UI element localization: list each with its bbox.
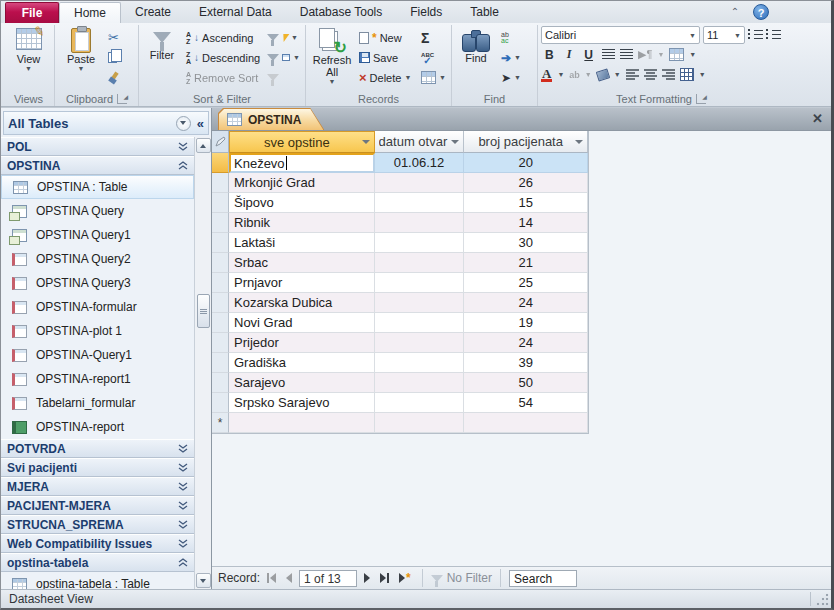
select-button[interactable]: ➤▼ <box>499 68 523 87</box>
ascending-button[interactable]: AZ↓Ascending <box>184 28 263 47</box>
nav-group-header-strucna-sprema[interactable]: STRUCNA_SPREMA <box>1 515 194 534</box>
cell-datum[interactable] <box>375 213 465 233</box>
search-input[interactable]: Search <box>509 570 577 587</box>
cell-broj[interactable]: 19 <box>464 313 588 333</box>
document-tab-opstina[interactable]: OPSTINA <box>218 108 324 130</box>
column-dropdown-icon[interactable] <box>451 140 459 144</box>
font-color-button[interactable]: A <box>541 68 552 82</box>
nav-item-tabelarni-formular[interactable]: Tabelarni_formular <box>1 391 194 415</box>
previous-record-icon[interactable] <box>283 570 295 586</box>
bullets-icon[interactable] <box>748 29 763 41</box>
cell-opstina[interactable]: Sarajevo <box>229 373 375 393</box>
background-color-button[interactable] <box>596 68 611 81</box>
record-selector[interactable] <box>212 153 229 173</box>
more-records-button[interactable]: ▼ <box>419 68 448 87</box>
nav-item-opstina-query1[interactable]: OPSTINA Query1 <box>1 223 194 247</box>
minimize-ribbon-icon[interactable]: ⌃ <box>727 5 743 19</box>
help-icon[interactable]: ? <box>753 4 769 20</box>
nav-scrollbar[interactable] <box>194 137 211 589</box>
numbering-icon[interactable] <box>766 29 781 41</box>
ribbon-tab-create[interactable]: Create <box>121 2 185 23</box>
font-name-combo[interactable]: Calibri▼ <box>541 26 700 44</box>
datasheet-formatting-icon[interactable] <box>669 48 684 61</box>
record-selector[interactable] <box>212 313 229 333</box>
gridlines-icon[interactable] <box>680 68 694 81</box>
expand-group-icon[interactable] <box>178 480 188 494</box>
cell-datum[interactable] <box>375 253 465 273</box>
italic-button[interactable]: I <box>563 47 576 62</box>
text-formatting-dialog-launcher-icon[interactable] <box>696 94 706 104</box>
cell-datum[interactable] <box>375 393 465 413</box>
cell-opstina[interactable]: Srpsko Sarajevo <box>229 393 375 413</box>
goto-button[interactable]: ➔▼ <box>499 48 523 67</box>
column-dropdown-icon[interactable] <box>575 140 583 144</box>
close-document-icon[interactable]: ✕ <box>812 112 823 126</box>
cell-datum[interactable] <box>375 313 465 333</box>
cell-opstina[interactable]: Srbac <box>229 253 375 273</box>
column-header-datum[interactable]: datum otvar <box>375 131 465 153</box>
expand-group-icon[interactable] <box>178 499 188 513</box>
ribbon-tab-home[interactable]: Home <box>59 2 121 23</box>
record-selector[interactable] <box>212 333 229 353</box>
ribbon-tab-table[interactable]: Table <box>456 2 513 23</box>
align-right-icon[interactable] <box>662 69 675 80</box>
nav-item-opstina-plot-1[interactable]: OPSTINA-plot 1 <box>1 319 194 343</box>
decrease-indent-icon[interactable] <box>602 49 615 60</box>
nav-group-header-opstina-tabela[interactable]: opstina-tabela <box>1 553 194 572</box>
nav-pane-header[interactable]: All Tables « <box>3 111 209 135</box>
selection-filter-button[interactable]: ▼ <box>265 28 302 47</box>
totals-button[interactable]: Σ <box>419 28 448 47</box>
cell-opstina[interactable]: Novi Grad <box>229 313 375 333</box>
nav-item-opstina-query1[interactable]: OPSTINA-Query1 <box>1 343 194 367</box>
advanced-filter-button[interactable]: ▼ <box>265 48 302 67</box>
record-selector[interactable] <box>212 233 229 253</box>
expand-group-icon[interactable] <box>178 140 188 154</box>
ribbon-tab-fields[interactable]: Fields <box>396 2 456 23</box>
paste-button[interactable]: Paste ▼ <box>58 26 104 72</box>
nav-pane-shutter-icon[interactable]: « <box>197 116 204 131</box>
cell-opstina[interactable]: Laktaši <box>229 233 375 253</box>
cell-broj[interactable]: 20 <box>464 153 588 173</box>
resize-grip[interactable] <box>816 593 829 606</box>
cell-broj[interactable]: 24 <box>464 333 588 353</box>
record-selector[interactable] <box>212 193 229 213</box>
column-dropdown-icon[interactable] <box>362 140 370 144</box>
cell-broj[interactable]: 14 <box>464 213 588 233</box>
cell-broj[interactable]: 26 <box>464 173 588 193</box>
nav-group-header-svi-pacijenti[interactable]: Svi pacijenti <box>1 458 194 477</box>
new-blank-record-icon[interactable]: * <box>396 570 414 586</box>
cell-opstina[interactable]: Šipovo <box>229 193 375 213</box>
refresh-all-button[interactable]: ↻ Refresh All ▼ <box>309 26 355 85</box>
toggle-filter-button[interactable] <box>265 68 302 87</box>
cell-datum[interactable]: 01.06.12 <box>375 153 465 173</box>
file-tab[interactable]: File <box>5 2 59 23</box>
record-position-box[interactable]: 1 of 13 <box>299 570 357 587</box>
cell-broj[interactable] <box>464 413 588 433</box>
align-center-icon[interactable] <box>644 69 657 80</box>
cell-opstina[interactable] <box>229 413 375 433</box>
last-record-icon[interactable] <box>377 570 392 586</box>
cell-datum[interactable] <box>375 173 465 193</box>
expand-group-icon[interactable] <box>178 461 188 475</box>
cell-opstina[interactable]: Mrkonjić Grad <box>229 173 375 193</box>
cell-opstina[interactable]: Prijedor <box>229 333 375 353</box>
expand-group-icon[interactable] <box>178 537 188 551</box>
cell-datum[interactable] <box>375 273 465 293</box>
cell-opstina[interactable]: Prnjavor <box>229 273 375 293</box>
cut-button[interactable]: ✂ <box>106 28 122 47</box>
column-header-sve-opstine[interactable]: sve opstine <box>229 131 375 153</box>
format-painter-button[interactable] <box>106 68 122 87</box>
expand-group-icon[interactable] <box>178 442 188 456</box>
nav-group-header-opstina[interactable]: OPSTINA <box>1 156 194 175</box>
cell-broj[interactable]: 21 <box>464 253 588 273</box>
nav-pane-menu-icon[interactable] <box>176 116 191 131</box>
highlight-color-button[interactable]: ab <box>569 70 580 80</box>
nav-group-header-pol[interactable]: POL <box>1 137 194 156</box>
find-button[interactable]: Find <box>455 26 497 64</box>
cell-broj[interactable]: 39 <box>464 353 588 373</box>
no-filter-button[interactable]: No Filter <box>431 571 492 585</box>
nav-item-opstina-formular[interactable]: OPSTINA-formular <box>1 295 194 319</box>
cell-broj[interactable]: 30 <box>464 233 588 253</box>
ribbon-tab-external-data[interactable]: External Data <box>185 2 286 23</box>
record-selector[interactable] <box>212 213 229 233</box>
